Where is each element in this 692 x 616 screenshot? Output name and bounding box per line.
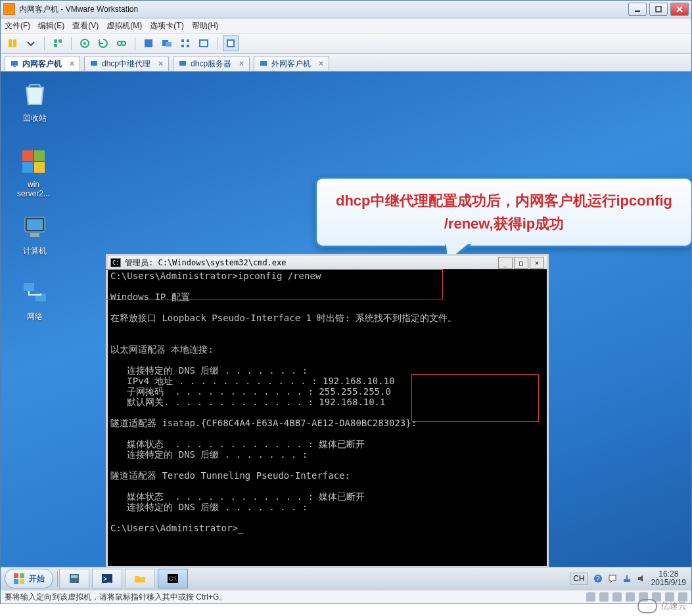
icon-label: 网络 xyxy=(15,311,55,322)
win-server-shortcut[interactable]: win server2... xyxy=(14,148,53,198)
svg-rect-25 xyxy=(91,61,97,66)
cmd-body[interactable]: C:\Users\Administrator>ipconfig /renew W… xyxy=(108,269,547,566)
vm-icon xyxy=(260,60,267,68)
computer-icon[interactable]: 计算机 xyxy=(15,213,55,257)
action-center-icon[interactable] xyxy=(608,574,617,583)
svg-point-10 xyxy=(83,42,86,45)
separator xyxy=(135,37,135,50)
vmware-statusbar: 要将输入定向到该虚拟机，请将鼠标指针移入其中或按 Ctrl+G。 xyxy=(1,590,691,604)
dropdown-icon[interactable] xyxy=(23,35,39,51)
cmd-title-text: 管理员: C:\Windows\system32\cmd.exe xyxy=(125,257,497,269)
vmware-toolbar xyxy=(1,33,691,54)
server-manager-button[interactable] xyxy=(59,569,89,588)
floppy-icon[interactable] xyxy=(612,592,622,602)
tab-label: dhcp服务器 xyxy=(191,58,231,70)
snapshot-icon[interactable] xyxy=(77,35,93,51)
minimize-button[interactable] xyxy=(628,3,647,16)
svg-rect-29 xyxy=(34,150,45,161)
tab-outer-client[interactable]: 外网客户机 × xyxy=(254,56,329,71)
powershell-button[interactable]: >_ xyxy=(92,569,122,588)
svg-rect-5 xyxy=(13,39,16,47)
menu-edit[interactable]: 编辑(E) xyxy=(38,20,64,32)
clock[interactable]: 16:28 2015/9/19 xyxy=(651,570,686,587)
start-label: 开始 xyxy=(29,573,45,584)
tab-dhcp-relay[interactable]: dhcp中继代理 × xyxy=(84,56,169,71)
network-tray-icon[interactable] xyxy=(622,574,632,583)
cmd-label: 媒体状态 . . . . . . . . . . . . : xyxy=(110,439,313,449)
tab-inner-client[interactable]: 内网客户机 × xyxy=(5,56,80,71)
cmd-label: 子网掩码 . . . . . . . . . . . . : xyxy=(110,386,313,397)
cd-icon[interactable] xyxy=(599,592,609,602)
vm-icon xyxy=(11,60,18,68)
vmware-title-text: 内网客户机 - VMware Workstation xyxy=(19,4,626,15)
explorer-button[interactable] xyxy=(125,569,155,588)
cmd-label: 连接特定的 DNS 后缀 . . . . . . . : xyxy=(110,449,308,460)
watermark-text: 亿速云 xyxy=(661,600,687,612)
menu-file[interactable]: 文件(F) xyxy=(5,20,30,32)
manage-snapshot-icon[interactable] xyxy=(114,35,129,51)
svg-rect-22 xyxy=(228,41,233,46)
close-icon[interactable]: × xyxy=(70,59,74,68)
svg-rect-13 xyxy=(145,39,152,47)
close-icon[interactable]: × xyxy=(319,59,323,68)
svg-rect-24 xyxy=(13,66,16,67)
guest-desktop[interactable]: 回收站 win server2... 计算机 网络 dhcp中继代理配置成功后，… xyxy=(1,72,691,590)
language-indicator[interactable]: CH xyxy=(570,573,588,584)
svg-text:?: ? xyxy=(596,575,600,583)
unity-icon[interactable] xyxy=(159,35,175,51)
stretch-icon[interactable] xyxy=(223,35,239,51)
close-button[interactable]: × xyxy=(530,257,544,269)
svg-rect-50 xyxy=(626,575,628,579)
help-icon[interactable]: ? xyxy=(593,574,603,583)
svg-rect-6 xyxy=(54,39,57,43)
maximize-button[interactable]: □ xyxy=(514,257,528,269)
close-button[interactable] xyxy=(670,3,689,16)
network-icon[interactable]: 网络 xyxy=(15,279,55,322)
svg-rect-28 xyxy=(22,150,33,161)
cmd-line: 以太网适配器 本地连接: xyxy=(110,344,214,355)
network-adapter-icon[interactable] xyxy=(626,592,635,602)
power-on-icon[interactable] xyxy=(5,35,20,51)
thumbnail-icon[interactable] xyxy=(177,35,193,51)
svg-rect-23 xyxy=(11,61,18,66)
cmd-prompt: C:\Users\Administrator> xyxy=(110,523,238,533)
vm-icon xyxy=(179,60,187,68)
revert-icon[interactable] xyxy=(95,35,111,51)
svg-rect-20 xyxy=(200,40,208,47)
svg-rect-42 xyxy=(71,575,78,578)
fullscreen-icon[interactable] xyxy=(141,35,156,51)
svg-rect-16 xyxy=(181,39,184,42)
close-icon[interactable]: × xyxy=(239,59,244,68)
cmd-line: 在释放接口 Loopback Pseudo-Interface 1 时出错: 系… xyxy=(110,313,457,323)
cmd-label: 媒体状态 . . . . . . . . . . . . : xyxy=(110,491,313,502)
close-icon[interactable]: × xyxy=(158,59,163,68)
vmware-titlebar[interactable]: 内网客户机 - VMware Workstation xyxy=(1,1,691,18)
console-view-icon[interactable] xyxy=(196,35,212,51)
menu-tabs[interactable]: 选项卡(T) xyxy=(150,20,183,32)
cmd-window[interactable]: C: 管理员: C:\Windows\system32\cmd.exe _ □ … xyxy=(106,254,549,568)
send-cad-icon[interactable] xyxy=(50,35,66,51)
cmd-label: 连接特定的 DNS 后缀 . . . . . . . : xyxy=(110,502,308,512)
maximize-button[interactable] xyxy=(649,3,668,16)
recycle-bin-icon[interactable]: 回收站 xyxy=(15,81,55,124)
svg-rect-1 xyxy=(656,7,661,12)
menu-vm[interactable]: 虚拟机(M) xyxy=(106,20,142,32)
svg-rect-8 xyxy=(54,44,57,47)
svg-rect-4 xyxy=(9,39,12,47)
guest-taskbar[interactable]: 开始 >_ C:\ CH ? 16:28 2015/9/19 xyxy=(1,567,691,590)
cmd-label: IPv4 地址 . . . . . . . . . . . . : xyxy=(110,376,317,386)
menu-help[interactable]: 帮助(H) xyxy=(192,20,219,32)
cmd-titlebar[interactable]: C: 管理员: C:\Windows\system32\cmd.exe _ □ … xyxy=(108,256,547,269)
menu-view[interactable]: 查看(V) xyxy=(72,20,99,32)
start-button[interactable]: 开始 xyxy=(5,569,53,588)
hdd-icon[interactable] xyxy=(586,592,595,602)
cmd-taskbar-button[interactable]: C:\ xyxy=(158,569,188,588)
tab-dhcp-server[interactable]: dhcp服务器 × xyxy=(173,56,250,71)
separator xyxy=(217,37,218,50)
cloud-icon xyxy=(637,599,657,613)
minimize-button[interactable]: _ xyxy=(498,257,513,269)
volume-icon[interactable] xyxy=(637,574,646,583)
svg-text:C:\: C:\ xyxy=(169,575,177,582)
svg-rect-15 xyxy=(166,42,172,47)
gateway-value: 192.168.10.1 xyxy=(319,397,385,407)
